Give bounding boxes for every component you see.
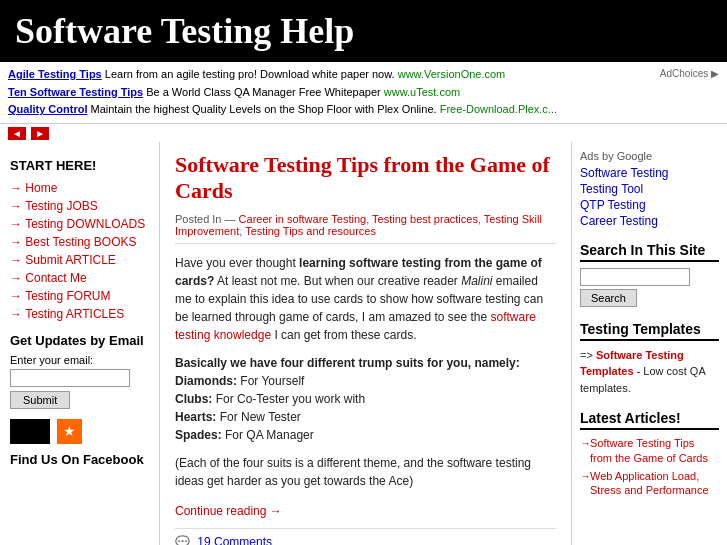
nav-next-arrow[interactable]: ► bbox=[31, 127, 49, 140]
main-content: Software Testing Tips from the Game of C… bbox=[160, 142, 572, 545]
search-button[interactable]: Search bbox=[580, 289, 637, 307]
search-input[interactable] bbox=[580, 268, 690, 286]
nav-item-jobs[interactable]: Testing JOBS bbox=[10, 197, 151, 215]
ad-desc-3: Maintain the highest Quality Levels on t… bbox=[91, 103, 440, 115]
post-meta: Posted In — Career in software Testing, … bbox=[175, 213, 556, 244]
ads-by-google-label: Ads by Google bbox=[580, 150, 719, 162]
email-section-title: Get Updates by Email bbox=[10, 333, 151, 348]
submit-button[interactable]: Submit bbox=[10, 391, 70, 409]
sidebar-nav-list: Home Testing JOBS Testing DOWNLOADS Best… bbox=[10, 179, 151, 323]
nav-link-articles[interactable]: Testing ARTICLES bbox=[10, 307, 124, 321]
latest-articles-list: Software Testing Tips from the Game of C… bbox=[580, 436, 719, 497]
email-label: Enter your email: bbox=[10, 354, 151, 366]
google-ad-career-testing[interactable]: Career Testing bbox=[580, 214, 719, 228]
software-testing-link[interactable]: software testing knowledge bbox=[175, 310, 536, 342]
nav-link-contact[interactable]: Contact Me bbox=[10, 271, 87, 285]
search-heading: Search In This Site bbox=[580, 242, 719, 262]
article-title: Software Testing Tips from the Game of C… bbox=[175, 152, 556, 205]
nav-item-submit[interactable]: Submit ARTICLE bbox=[10, 251, 151, 269]
latest-article-2[interactable]: Web Application Load, Stress and Perform… bbox=[580, 469, 719, 498]
google-ad-testing-tool[interactable]: Testing Tool bbox=[580, 182, 719, 196]
nav-link-submit[interactable]: Submit ARTICLE bbox=[10, 253, 116, 267]
ad-url-1: www.VersionOne.com bbox=[398, 68, 506, 80]
nav-item-contact[interactable]: Contact Me bbox=[10, 269, 151, 287]
article-body: Have you ever thought learning software … bbox=[175, 254, 556, 490]
ad-item-2: Ten Software Testing Tips Be a World Cla… bbox=[8, 84, 719, 102]
facebook-section: Find Us On Facebook bbox=[10, 452, 151, 467]
ad-url-2: www.uTest.com bbox=[384, 86, 460, 98]
ad-desc-2: Be a World Class QA Manager Free Whitepa… bbox=[146, 86, 384, 98]
rss-icon[interactable]: ★ bbox=[57, 419, 82, 444]
site-header: Software Testing Help bbox=[0, 0, 727, 62]
ad-link-1[interactable]: Agile Testing Tips bbox=[8, 68, 102, 80]
nav-prev-arrow[interactable]: ◄ bbox=[8, 127, 26, 140]
sidebar-right: Ads by Google Software Testing Testing T… bbox=[572, 142, 727, 545]
latest-article-1[interactable]: Software Testing Tips from the Game of C… bbox=[580, 436, 719, 465]
start-here-title: START HERE! bbox=[10, 158, 151, 173]
article-para-1: Have you ever thought learning software … bbox=[175, 254, 556, 344]
post-cat-best[interactable]: Testing best practices bbox=[372, 213, 478, 225]
nav-item-forum[interactable]: Testing FORUM bbox=[10, 287, 151, 305]
templates-heading: Testing Templates bbox=[580, 321, 719, 341]
ad-item-1: Agile Testing Tips Learn from an agile t… bbox=[8, 66, 719, 84]
search-box: Search bbox=[580, 268, 719, 307]
ad-url-3: Free-Download.Plex.c... bbox=[440, 103, 557, 115]
nav-item-home[interactable]: Home bbox=[10, 179, 151, 197]
templates-link[interactable]: Software Testing Templates bbox=[580, 349, 684, 378]
nav-link-forum[interactable]: Testing FORUM bbox=[10, 289, 110, 303]
ad-bar: AdChoices ▶ Agile Testing Tips Learn fro… bbox=[0, 62, 727, 124]
nav-item-articles[interactable]: Testing ARTICLES bbox=[10, 305, 151, 323]
article-para-3: (Each of the four suits is a different t… bbox=[175, 454, 556, 490]
ad-link-2[interactable]: Ten Software Testing Tips bbox=[8, 86, 143, 98]
templates-text: => Software Testing Templates - Low cost… bbox=[580, 347, 719, 397]
post-meta-text: Posted In — bbox=[175, 213, 239, 225]
nav-link-downloads[interactable]: Testing DOWNLOADS bbox=[10, 217, 145, 231]
nav-arrows-bar: ◄ ► bbox=[0, 124, 727, 142]
comments-link[interactable]: 19 Comments bbox=[197, 535, 272, 545]
post-cat-career[interactable]: Career in software Testing bbox=[239, 213, 367, 225]
google-ad-software-testing[interactable]: Software Testing bbox=[580, 166, 719, 180]
comments-line: 💬 19 Comments bbox=[175, 528, 556, 545]
nav-item-books[interactable]: Best Testing BOOKS bbox=[10, 233, 151, 251]
comment-bubble-icon: 💬 bbox=[175, 535, 190, 545]
continue-reading-link[interactable]: Continue reading → bbox=[175, 504, 282, 518]
email-subscribe-section: Get Updates by Email Enter your email: S… bbox=[10, 333, 151, 409]
dark-block bbox=[10, 419, 50, 444]
nav-link-home[interactable]: Home bbox=[10, 181, 57, 195]
ad-desc-1: Learn from an agile testing pro! Downloa… bbox=[105, 68, 398, 80]
site-title: Software Testing Help bbox=[15, 10, 712, 52]
sidebar-left: START HERE! Home Testing JOBS Testing DO… bbox=[0, 142, 160, 545]
post-cat-tips[interactable]: Testing Tips and resources bbox=[245, 225, 376, 237]
social-section: ★ bbox=[10, 419, 151, 444]
article-para-2: Basically we have four different trump s… bbox=[175, 354, 556, 444]
email-input[interactable] bbox=[10, 369, 130, 387]
nav-link-books[interactable]: Best Testing BOOKS bbox=[10, 235, 137, 249]
ad-item-3: Quality Control Maintain the highest Qua… bbox=[8, 101, 719, 119]
adchoices-label: AdChoices ▶ bbox=[660, 66, 719, 82]
latest-articles-heading: Latest Articles! bbox=[580, 410, 719, 430]
google-ad-links: Software Testing Testing Tool QTP Testin… bbox=[580, 166, 719, 228]
facebook-title: Find Us On Facebook bbox=[10, 452, 151, 467]
google-ad-qtp-testing[interactable]: QTP Testing bbox=[580, 198, 719, 212]
nav-item-downloads[interactable]: Testing DOWNLOADS bbox=[10, 215, 151, 233]
nav-link-jobs[interactable]: Testing JOBS bbox=[10, 199, 98, 213]
ad-link-3[interactable]: Quality Control bbox=[8, 103, 87, 115]
main-layout: START HERE! Home Testing JOBS Testing DO… bbox=[0, 142, 727, 545]
